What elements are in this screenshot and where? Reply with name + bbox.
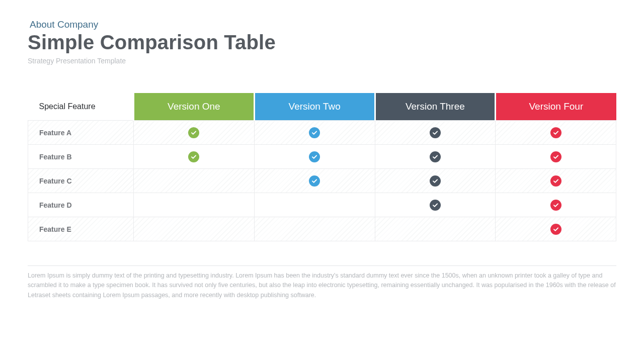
feature-cell [375,169,496,193]
feature-label: Feature D [28,193,134,217]
feature-label: Feature E [28,217,134,241]
feature-cell [496,193,616,217]
feature-label: Feature C [28,169,134,193]
table-row: Feature C [28,169,616,193]
feature-cell [134,121,255,145]
check-icon [430,175,441,187]
check-icon [188,151,199,162]
check-icon [309,127,320,138]
feature-cell [496,145,616,169]
check-icon [188,127,199,138]
eyebrow-text: About Company [30,19,616,30]
version-header-1: Version One [134,93,255,121]
check-icon [309,175,320,187]
slide-title: Simple Comparison Table [28,31,616,54]
feature-cell [375,121,496,145]
feature-cell [134,193,255,217]
footer-separator [28,265,616,266]
feature-cell [496,217,616,241]
table-row: Feature A [28,121,616,145]
check-icon [550,200,561,211]
table-header-row: Special Feature Version One Version Two … [28,93,616,121]
version-header-3: Version Three [375,93,496,121]
feature-cell [254,217,375,241]
check-icon [550,224,561,235]
feature-cell [134,169,255,193]
comparison-table-body: Feature AFeature BFeature CFeature DFeat… [28,121,616,241]
table-row: Feature D [28,193,616,217]
feature-cell [254,145,375,169]
feature-cell [375,217,496,241]
feature-cell [134,145,255,169]
feature-cell [254,121,375,145]
check-icon [430,200,441,211]
feature-cell [375,193,496,217]
check-icon [550,127,561,138]
version-header-4: Version Four [496,93,616,121]
feature-cell [134,217,255,241]
feature-cell [496,169,616,193]
feature-cell [375,145,496,169]
slide-subtitle: Strategy Presentation Template [28,57,616,65]
slide: About Company Simple Comparison Table St… [0,0,644,362]
feature-cell [254,169,375,193]
check-icon [430,127,441,138]
comparison-table: Special Feature Version One Version Two … [28,93,616,241]
feature-cell [254,193,375,217]
feature-column-header: Special Feature [28,93,134,121]
check-icon [550,175,561,187]
feature-label: Feature A [28,121,134,145]
footnote-text: Lorem Ipsum is simply dummy text of the … [28,271,616,300]
feature-cell [496,121,616,145]
check-icon [430,151,441,162]
feature-label: Feature B [28,145,134,169]
comparison-table-container: Special Feature Version One Version Two … [28,93,616,241]
table-row: Feature E [28,217,616,241]
table-row: Feature B [28,145,616,169]
check-icon [309,151,320,162]
check-icon [550,151,561,162]
version-header-2: Version Two [254,93,375,121]
